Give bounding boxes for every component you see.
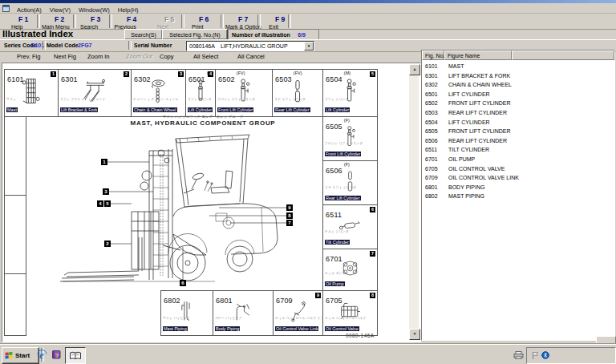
combo-dropdown-arrow[interactable]: ▼ [304, 42, 314, 51]
table-row-6501[interactable]: 6501LIFT CYLINDER [422, 90, 614, 99]
table-row-6502[interactable]: 6502FRONT LIFT CYLINDER [422, 99, 614, 108]
toolbar-help[interactable]: F 1Help [6, 14, 28, 30]
fig-cell-6503[interactable]: 6503(FV)リヤ リフト シリンダRear Lift Cylinder [272, 69, 323, 117]
caption-english[interactable]: Lift Cylinder [325, 107, 350, 113]
toolbar-fkey: F 5 [164, 15, 174, 23]
fig-cell-6506[interactable]: 6506(F)リヤ リフト シリンダRear Lift Cylinder [322, 160, 378, 205]
fig-cell-6709[interactable]: 67099オイル コントロール バルブ リンクOil Control Valve… [273, 290, 323, 336]
internet-explorer-icon[interactable]: e [36, 349, 48, 361]
tray-flag-icon[interactable] [531, 351, 539, 360]
toolbar-fkey: F 4 [127, 15, 136, 23]
caption-english[interactable]: Body Piping [215, 326, 240, 332]
fig-captions: リヤ リフト シリンダRear Lift Cylinder [274, 98, 322, 115]
figtool-prev-fig[interactable]: Prev. Fig [6, 52, 40, 61]
table-row-6506[interactable]: 6506REAR LIFT CYLINDER [422, 136, 614, 146]
figtool-copy[interactable]: Copy [149, 52, 174, 61]
figtool-all-select[interactable]: All Select [183, 52, 218, 61]
figtool-all-cancel[interactable]: All Cancel [227, 52, 265, 61]
column-header-figure-name[interactable]: Figure Name [444, 51, 512, 60]
fig-cell-6302[interactable]: 63023チェーン ト チェーン ホイールChain & Chain Wheel [131, 69, 186, 117]
start-label: Start [15, 352, 30, 359]
caption-english[interactable]: Oil Control Valve [325, 326, 359, 332]
toolbar-mark-option[interactable]: F 7Mark & Option [225, 14, 261, 30]
help-book-icon[interactable]: ? [51, 349, 63, 361]
table-row-6302[interactable]: 6302CHAIN & CHAIN WHEEL [422, 80, 614, 90]
caption-japanese: リフト シリンダ [188, 98, 214, 101]
toolbar-fkey: F 1 [18, 15, 28, 23]
figtool-zoom-out: Zoom Out [116, 52, 152, 61]
start-button[interactable]: Start [2, 347, 39, 364]
caption-english[interactable]: Front Lift Cylinder [217, 107, 253, 113]
caption-english[interactable]: Lift Bracket & Fork [60, 107, 98, 113]
selected-fig-no-button[interactable]: Selected Fig. No.(N) [162, 29, 228, 40]
table-cell-figure-name: REAR LIFT CYLINDER [445, 108, 507, 118]
table-row-6705[interactable]: 6705OIL CONTROL VALVE [422, 164, 614, 174]
table-row-6505[interactable]: 6505FRONT LIFT CYLINDER [422, 127, 614, 136]
fig-captions: リフト シリンダLift Cylinder [188, 98, 214, 115]
search-icon [78, 14, 88, 24]
scroll-down-button[interactable]: ▼ [409, 329, 420, 340]
toolbar-main-menu[interactable]: F 2Main Menu [42, 14, 70, 30]
search-button[interactable]: Search(S) [124, 29, 163, 40]
table-row-6802[interactable]: 6802MAST PIPING [422, 192, 614, 201]
caption-english[interactable]: Oil Pump [325, 281, 345, 287]
fig-cell-6705[interactable]: 67058オイル コントロール バルブOil Control Valve [322, 290, 378, 336]
fig-cell-6504[interactable]: 6504(M)5リフト シリンダLift Cylinder [322, 69, 378, 117]
fig-cell-6501[interactable]: 6501(V)4リフト シリンダLift Cylinder [185, 69, 216, 117]
fig-captions: リフト シリンダLift Cylinder [325, 98, 376, 115]
column-header-fig-no[interactable]: Fig. No. [422, 51, 444, 60]
callout-badge: 4 [208, 71, 213, 77]
toolbar-print[interactable]: F 6Print [186, 14, 209, 30]
mark-option-icon [225, 14, 236, 24]
tray-bluetooth-icon[interactable] [541, 351, 549, 359]
serial-number-label: Serial Number [134, 42, 172, 48]
empty-cell [4, 116, 26, 196]
illustration-scrollbar[interactable]: ▲ ▼ [409, 64, 419, 340]
fig-cell-6801[interactable]: 6801ボデー パイピングBody Piping [213, 290, 274, 336]
table-cell-fig-no: 6705 [422, 164, 445, 174]
caption-english[interactable]: Rear Lift Cylinder [325, 196, 361, 201]
table-row-6701[interactable]: 6701OIL PUMP [422, 155, 614, 164]
caption-english[interactable]: Tilt Cylinder [325, 240, 350, 245]
fig-cell-6101[interactable]: 61011マストMast [4, 69, 59, 117]
table-row-6301[interactable]: 6301LIFT BRACKET & FORK [422, 71, 614, 81]
toolbar-search[interactable]: F 3Search [78, 14, 100, 30]
table-cell-figure-name: LIFT CYLINDER [445, 118, 490, 127]
caption-english[interactable]: Lift Cylinder [188, 107, 213, 113]
fig-cell-6802[interactable]: 6802マスト パイピングMast Piping [160, 290, 213, 336]
caption-english[interactable]: Mast [6, 107, 18, 113]
main-toolbar: F 1HelpF 2Main MenuF 3SearchF 4PreviousF… [0, 13, 616, 30]
table-row-6504[interactable]: 6504LIFT CYLINDER [422, 118, 614, 127]
printer-status-icon[interactable] [513, 351, 524, 359]
caption-english[interactable]: Front Lift Cylinder [325, 152, 361, 157]
caption-english[interactable]: Oil Control Valve Link [275, 326, 318, 332]
table-row-6709[interactable]: 6709OIL CONTROL VALVE LINK [422, 173, 614, 183]
active-app-task-button[interactable] [65, 347, 86, 364]
fig-cell-6301[interactable]: 63012リフト ブラケット ト フォークLift Bracket & Fork [58, 69, 132, 117]
callout-badge: 7 [370, 251, 375, 257]
table-row-6101[interactable]: 6101MAST [422, 62, 614, 71]
toolbar-previous[interactable]: F 4Previous [114, 14, 136, 30]
toolbar-exit[interactable]: F 9Exit [262, 14, 285, 30]
scroll-up-button[interactable]: ▲ [409, 64, 420, 75]
caption-japanese: チルト シリンダ [325, 230, 376, 233]
fig-cell-6511[interactable]: 65116チルト シリンダTilt Cylinder [322, 204, 378, 249]
table-cell-figure-name: FRONT LIFT CYLINDER [445, 99, 511, 108]
fig-cell-6502[interactable]: 6502(FV)フロント リフト シリンダFront Lift Cylinder [215, 69, 273, 117]
caption-english[interactable]: Rear Lift Cylinder [274, 107, 310, 113]
caption-japanese: リヤ リフト シリンダ [274, 98, 322, 101]
table-row-6801[interactable]: 6801BODY PIPING [422, 183, 614, 192]
table-cell-fig-no: 6501 [422, 90, 445, 99]
illustration-panel: 61011マストMast63012リフト ブラケット ト フォークLift Br… [2, 63, 421, 342]
table-cell-fig-no: 6801 [422, 183, 445, 192]
fig-cell-6701[interactable]: 67017オイル ポンプOil Pump [322, 249, 378, 291]
figtool-next-fig[interactable]: Next Fig [43, 52, 76, 61]
table-row-6503[interactable]: 6503REAR LIFT CYLINDER [422, 108, 614, 118]
toolbar-separator [37, 14, 40, 28]
caption-english[interactable]: Mast Piping [163, 326, 188, 332]
prev-fig-icon [6, 52, 15, 61]
caption-english[interactable]: Chain & Chain Wheel [133, 107, 177, 113]
zoom-in-icon [77, 52, 86, 61]
figtool-zoom-in[interactable]: Zoom In [77, 52, 110, 61]
table-row-6511[interactable]: 6511TILT CYLINDER [422, 145, 614, 155]
